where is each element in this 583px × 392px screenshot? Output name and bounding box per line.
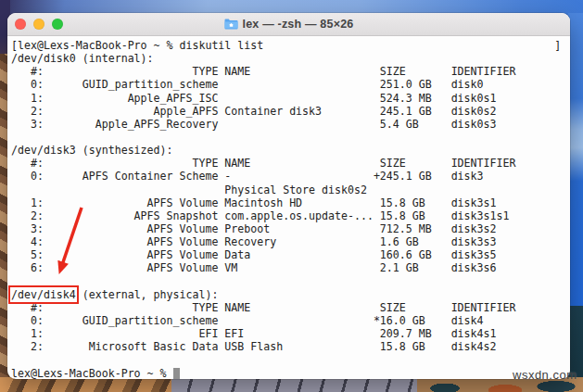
- wallpaper-bottom: [0, 377, 583, 392]
- terminal-line: 6: APFS Volume VM 2.1 GB disk3s6: [11, 261, 570, 274]
- terminal-line: /dev/disk0 (internal):: [11, 52, 570, 65]
- terminal-line: 0: GUID_partition_scheme 251.0 GB disk0: [11, 78, 570, 91]
- window-title: lex — -zsh — 85×26: [243, 18, 354, 31]
- desktop: lex — -zsh — 85×26 [lex@Lexs-MacBook-Pro…: [0, 0, 583, 392]
- minimize-button[interactable]: [33, 19, 44, 30]
- terminal-line: 0: APFS Container Scheme - +245.1 GB dis…: [11, 170, 570, 183]
- terminal-line: [11, 275, 570, 288]
- terminal-line: /dev/disk3 (synthesized):: [11, 144, 570, 157]
- terminal-line: 5: APFS Volume Data 160.6 GB disk3s5: [11, 248, 570, 261]
- wallpaper-bottom-road: [171, 377, 417, 392]
- wallpaper-right: [568, 13, 583, 319]
- terminal-line: 2: Apple_APFS Container disk3 245.1 GB d…: [11, 105, 570, 118]
- terminal-line: 3: APFS Volume Preboot 712.5 MB disk3s2: [11, 222, 570, 235]
- terminal-titlebar[interactable]: lex — -zsh — 85×26: [7, 13, 570, 36]
- zoom-button[interactable]: [52, 19, 63, 30]
- terminal-line: lex@Lexs-MacBook-Pro ~ %: [11, 367, 570, 379]
- window-controls: [15, 13, 63, 35]
- terminal-line: [11, 131, 570, 144]
- wallpaper-bottom-stripes: [0, 377, 171, 392]
- terminal-line: Physical Store disk0s2: [11, 183, 570, 196]
- terminal-line: 0: GUID_partition_scheme *16.0 GB disk4: [11, 314, 570, 327]
- close-button[interactable]: [15, 19, 26, 30]
- terminal-line: #: TYPE NAME SIZE IDENTIFIER: [11, 301, 570, 314]
- terminal-line: 1: APFS Volume Macintosh HD 15.8 GB disk…: [11, 196, 570, 209]
- terminal-line: #: TYPE NAME SIZE IDENTIFIER: [11, 157, 570, 170]
- terminal-line: 1: Apple_APFS_ISC 524.3 MB disk0s1: [11, 92, 570, 105]
- terminal-line: 3: Apple_APFS_Recovery 5.4 GB disk0s3: [11, 118, 570, 131]
- terminal-output[interactable]: [lex@Lexs-MacBook-Pro ~ % diskutil list …: [7, 36, 570, 379]
- terminal-line: 4: APFS Volume Recovery 1.6 GB disk3s3: [11, 235, 570, 248]
- terminal-line: 1: EFI EFI 209.7 MB disk4s1: [11, 327, 570, 340]
- terminal-cursor: [173, 368, 180, 379]
- terminal-window: lex — -zsh — 85×26 [lex@Lexs-MacBook-Pro…: [7, 13, 570, 379]
- terminal-line: 2: Microsoft Basic Data USB Flash 15.8 G…: [11, 340, 570, 353]
- terminal-line: [11, 353, 570, 366]
- terminal-line: 2: APFS Snapshot com.apple.os.update-...…: [11, 209, 570, 222]
- terminal-line: #: TYPE NAME SIZE IDENTIFIER: [11, 65, 570, 78]
- highlighted-device-disk4: /dev/disk4: [11, 288, 76, 301]
- watermark: wsxdn.com: [513, 368, 577, 382]
- terminal-line: /dev/disk4 (external, physical):: [11, 288, 570, 301]
- home-folder-icon: [224, 19, 238, 30]
- terminal-line: [lex@Lexs-MacBook-Pro ~ % diskutil list …: [11, 39, 570, 52]
- window-title-area: lex — -zsh — 85×26: [224, 18, 354, 31]
